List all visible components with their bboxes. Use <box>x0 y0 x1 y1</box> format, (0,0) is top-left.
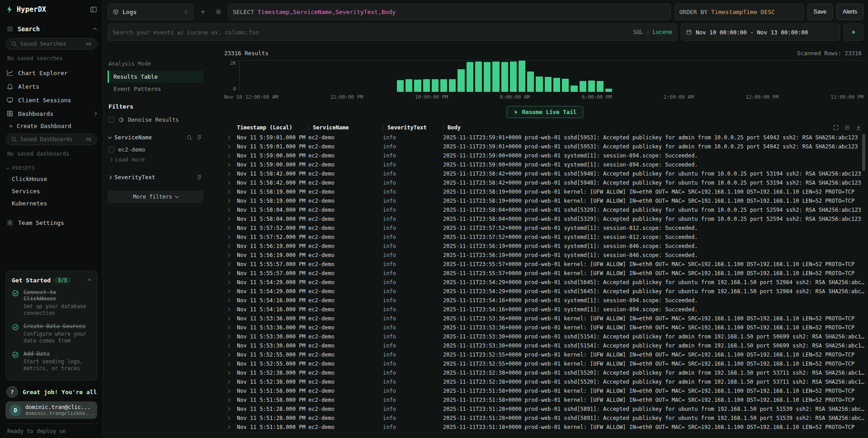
column-header-body[interactable]: Body <box>443 124 862 131</box>
row-expand-chevron[interactable] <box>224 326 237 329</box>
table-row[interactable]: Nov 11 5:51:58.000 PM ec2-demo info 2025… <box>224 386 865 395</box>
table-row[interactable]: Nov 11 5:59:00.000 PM ec2-demo info 2025… <box>224 160 865 169</box>
table-row[interactable]: Nov 11 5:53:36.000 PM ec2-demo info 2025… <box>224 323 865 332</box>
table-row[interactable]: Nov 11 5:57:52.000 PM ec2-demo info 2025… <box>224 233 865 242</box>
facet-search-icon[interactable] <box>186 134 193 141</box>
table-row[interactable]: Nov 11 5:56:19.000 PM ec2-demo info 2025… <box>224 251 865 260</box>
chart-bar[interactable] <box>432 79 439 92</box>
pin-icon[interactable] <box>196 174 203 181</box>
row-expand-chevron[interactable] <box>224 163 237 166</box>
facet-value-ec2-demo[interactable]: ec2-demo <box>108 144 203 155</box>
table-row[interactable]: Nov 11 5:51:18.000 PM ec2-demo info 2025… <box>224 423 865 432</box>
row-expand-chevron[interactable] <box>224 281 237 284</box>
chart-bar[interactable] <box>397 80 404 92</box>
table-row[interactable]: Nov 11 5:52:55.000 PM ec2-demo info 2025… <box>224 359 865 368</box>
row-expand-chevron[interactable] <box>224 145 237 148</box>
row-expand-chevron[interactable] <box>224 218 237 220</box>
table-row[interactable]: Nov 11 5:51:28.000 PM ec2-demo info 2025… <box>224 414 865 423</box>
table-row[interactable]: Nov 11 5:53:30.000 PM ec2-demo info 2025… <box>224 341 865 350</box>
chart-bar[interactable] <box>588 81 595 92</box>
sidebar-item-chart-explorer[interactable]: Chart Explorer <box>5 66 97 80</box>
table-row[interactable]: Nov 11 5:52:38.000 PM ec2-demo info 2025… <box>224 368 865 377</box>
load-more-button[interactable]: Load more <box>108 155 203 165</box>
table-row[interactable]: Nov 11 5:55:57.000 PM ec2-demo info 2025… <box>224 269 865 278</box>
source-selector[interactable]: Logs <box>108 4 193 20</box>
table-row[interactable]: Nov 11 5:54:29.000 PM ec2-demo info 2025… <box>224 278 865 287</box>
table-row[interactable]: Nov 11 5:58:42.000 PM ec2-demo info 2025… <box>224 178 865 187</box>
chart-bar[interactable] <box>458 69 464 92</box>
row-expand-chevron[interactable] <box>224 417 237 419</box>
table-row[interactable]: Nov 11 5:51:28.000 PM ec2-demo info 2025… <box>224 405 865 414</box>
table-row[interactable]: Nov 11 5:59:01.000 PM ec2-demo info 2025… <box>224 133 865 142</box>
collapse-sidebar-icon[interactable] <box>90 6 97 13</box>
column-resize-handle[interactable] <box>443 125 443 130</box>
download-icon[interactable] <box>855 124 862 131</box>
chart-bar[interactable] <box>527 71 534 92</box>
create-dashboard-button[interactable]: Create Dashboard <box>5 120 97 133</box>
chart-bar[interactable] <box>545 77 552 92</box>
add-source-button[interactable] <box>197 6 209 18</box>
chart-bar[interactable] <box>406 79 412 92</box>
help-button[interactable]: ? <box>6 386 18 398</box>
row-expand-chevron[interactable] <box>224 227 237 229</box>
row-expand-chevron[interactable] <box>224 408 237 410</box>
chart-bar[interactable] <box>605 89 612 92</box>
preset-item-services[interactable]: Services <box>5 185 97 197</box>
get-started-item[interactable]: Add Data Start sending logs, metrics, or… <box>12 351 91 372</box>
presets-section-toggle[interactable]: PRESETS <box>5 162 97 173</box>
table-row[interactable]: Nov 11 5:56:19.000 PM ec2-demo info 2025… <box>224 242 865 251</box>
saved-dashboards-input[interactable] <box>20 136 83 143</box>
chart-bar[interactable] <box>414 80 421 92</box>
table-row[interactable]: Nov 11 5:59:01.000 PM ec2-demo info 2025… <box>224 142 865 151</box>
row-expand-chevron[interactable] <box>224 390 237 392</box>
run-query-button[interactable] <box>844 24 863 41</box>
mode-event-patterns[interactable]: Event Patterns <box>108 83 203 95</box>
chart-bar[interactable] <box>467 62 473 92</box>
column-header-severitytext[interactable]: SeverityText <box>383 124 443 131</box>
source-settings-button[interactable] <box>212 6 224 18</box>
chevron-up-icon[interactable] <box>88 279 91 283</box>
chart-bar[interactable] <box>562 79 569 92</box>
row-expand-chevron[interactable] <box>224 254 237 257</box>
user-profile-chip[interactable]: D dominic.tran@clic... dominic.tran@clic… <box>5 401 97 419</box>
table-row[interactable]: Nov 11 5:53:36.000 PM ec2-demo info 2025… <box>224 314 865 323</box>
column-header-servicename[interactable]: ServiceName <box>308 124 383 131</box>
sidebar-item-dashboards[interactable]: Dashboards <box>5 107 97 120</box>
table-row[interactable]: Nov 11 5:58:42.000 PM ec2-demo info 2025… <box>224 169 865 178</box>
table-row[interactable]: Nov 11 5:54:16.000 PM ec2-demo info 2025… <box>224 296 865 305</box>
row-expand-chevron[interactable] <box>224 353 237 356</box>
saved-searches-box[interactable]: ⌘K <box>5 38 97 50</box>
facet-servicename-header[interactable]: ServiceName <box>108 132 203 143</box>
row-expand-chevron[interactable] <box>224 209 237 211</box>
preset-item-kubernetes[interactable]: Kubernetes <box>5 197 97 209</box>
table-row[interactable]: Nov 11 5:52:55.000 PM ec2-demo info 2025… <box>224 350 865 359</box>
get-started-item[interactable]: Create Data Sources Configure where your… <box>12 323 91 345</box>
table-row[interactable]: Nov 11 5:54:16.000 PM ec2-demo info 2025… <box>224 305 865 314</box>
column-header-timestamp[interactable]: Timestamp (Local) <box>237 124 308 131</box>
row-expand-chevron[interactable] <box>224 154 237 157</box>
column-resize-handle[interactable] <box>383 125 383 130</box>
row-expand-chevron[interactable] <box>224 290 237 293</box>
chart-bar[interactable] <box>475 62 482 92</box>
date-range-picker[interactable]: Nov 10 00:00:00 - Nov 13 00:00:00 <box>681 24 840 41</box>
row-expand-chevron[interactable] <box>224 181 237 184</box>
resume-live-tail-button[interactable]: Resume Live Tail <box>506 106 583 118</box>
language-sql-option[interactable]: SQL <box>633 29 643 35</box>
chart-bar[interactable] <box>519 61 525 92</box>
chart-bar[interactable] <box>501 62 508 92</box>
table-row[interactable]: Nov 11 5:55:57.000 PM ec2-demo info 2025… <box>224 260 865 269</box>
row-expand-chevron[interactable] <box>224 362 237 365</box>
table-row[interactable]: Nov 11 5:58:19.000 PM ec2-demo info 2025… <box>224 196 865 205</box>
more-filters-button[interactable]: More filters <box>108 190 203 203</box>
table-row[interactable]: Nov 11 5:59:00.000 PM ec2-demo info 2025… <box>224 151 865 160</box>
get-started-header[interactable]: Get Started 3/3 <box>12 277 91 284</box>
chevron-up-icon[interactable] <box>93 28 97 31</box>
chart-bar[interactable] <box>449 79 456 92</box>
row-expand-chevron[interactable] <box>224 399 237 401</box>
mode-results-table[interactable]: Results Table <box>108 71 203 83</box>
chart-bar[interactable] <box>423 79 430 92</box>
row-expand-chevron[interactable] <box>224 236 237 238</box>
saved-dashboards-box[interactable]: ⌘K <box>5 133 97 145</box>
checkbox[interactable] <box>108 117 114 123</box>
table-row[interactable]: Nov 11 5:58:04.000 PM ec2-demo info 2025… <box>224 214 865 224</box>
